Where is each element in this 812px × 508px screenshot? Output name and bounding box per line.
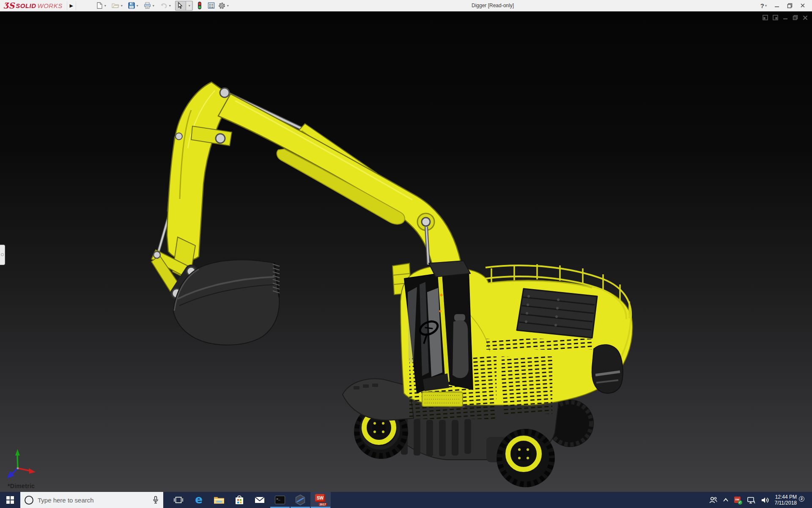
open-icon	[111, 2, 120, 9]
start-button[interactable]	[0, 492, 20, 508]
solidworks-tray-icon[interactable]: SW ✓	[734, 497, 741, 504]
pane-right-icon	[773, 15, 778, 20]
3d-viewer-button[interactable]	[290, 492, 310, 508]
select-dropdown[interactable]: ▾	[186, 1, 192, 10]
solidworks-2017-icon: SW 2017	[314, 494, 327, 506]
hidden-icons-chevron[interactable]	[723, 498, 729, 502]
task-view-icon	[174, 496, 183, 504]
store-icon	[235, 495, 244, 505]
open-button[interactable]: ▾	[110, 1, 123, 11]
window-title: Digger [Read-only]	[224, 3, 761, 8]
options-list-button[interactable]	[206, 1, 216, 11]
edge-icon: e	[195, 494, 203, 505]
solidworks-logo-icon: ƷS	[3, 2, 14, 10]
mail-button[interactable]	[250, 492, 270, 508]
doc-minimize-button[interactable]	[783, 15, 788, 20]
solidworks-logo[interactable]: ƷS SOLIDWORKS	[0, 0, 67, 11]
brand-bold: SOLID	[16, 2, 36, 9]
view-orientation-label: *Dimetric	[8, 483, 35, 489]
minimize-icon	[774, 3, 779, 8]
restore-icon	[787, 3, 793, 8]
network-icon[interactable]	[747, 497, 755, 504]
save-button[interactable]: ▾	[127, 1, 139, 11]
help-button[interactable]: ? ▾	[760, 2, 767, 9]
volume-icon[interactable]	[761, 497, 769, 504]
restore-button[interactable]	[787, 3, 793, 8]
clock[interactable]: 12:44 PM 7/11/2018	[775, 494, 797, 506]
taskbar-search[interactable]	[20, 492, 163, 508]
doc-restore-icon	[793, 15, 798, 20]
dropdown-icon: ▾	[189, 4, 190, 8]
pane-left-button[interactable]	[763, 15, 768, 20]
save-icon	[128, 2, 135, 9]
excavator-bucket[interactable]	[172, 260, 280, 345]
dropdown-icon: ▾	[121, 4, 123, 8]
dropdown-icon: ▾	[169, 4, 171, 8]
document-window-controls	[763, 15, 808, 20]
taskbar-apps: e >_	[168, 492, 331, 508]
task-view-button[interactable]	[168, 492, 189, 508]
select-button[interactable]: ▾	[175, 1, 193, 11]
sw-year: 2017	[318, 503, 327, 506]
list-icon	[207, 2, 215, 9]
traffic-light-icon	[197, 1, 202, 10]
windows-logo-icon	[6, 496, 14, 504]
doc-minimize-icon	[783, 15, 788, 20]
edge-button[interactable]: e	[189, 492, 209, 508]
help-glyph: ?	[760, 2, 764, 9]
doc-restore-button[interactable]	[793, 15, 798, 20]
print-icon	[143, 2, 151, 9]
undo-icon	[159, 2, 168, 9]
new-document-button[interactable]: ▾	[95, 1, 107, 11]
3d-viewer-icon	[295, 494, 306, 505]
graphics-viewport[interactable]: *Dimetric	[0, 11, 812, 492]
gear-icon	[218, 2, 226, 10]
doc-close-button[interactable]	[803, 15, 808, 20]
flyout-tab-icon	[1, 253, 4, 256]
close-icon	[800, 3, 805, 8]
feature-manager-flyout-tab[interactable]	[0, 245, 5, 265]
file-explorer-button[interactable]	[209, 492, 229, 508]
command-prompt-button[interactable]: >_	[270, 492, 290, 508]
undo-button[interactable]: ▾	[159, 1, 172, 11]
quick-access-toolbar: ▾ ▾ ▾	[92, 1, 230, 11]
rear-left-wheel	[497, 429, 555, 487]
rebuild-button[interactable]	[196, 1, 203, 11]
system-tray: SW ✓ 12:44 PM 7/11/2018 2	[709, 492, 812, 508]
menu-flyout-button[interactable]: ▶	[67, 1, 76, 10]
dropdown-icon: ▾	[765, 4, 767, 8]
print-button[interactable]: ▾	[143, 1, 155, 11]
pane-left-icon	[763, 15, 768, 20]
store-button[interactable]	[229, 492, 250, 508]
new-document-icon	[96, 2, 103, 9]
cursor-icon	[176, 2, 184, 9]
file-explorer-icon	[214, 495, 225, 505]
tray-time: 12:44 PM	[775, 494, 797, 500]
check-icon: ✓	[738, 500, 742, 505]
taskbar: e >_	[0, 492, 812, 508]
dropdown-icon: ▾	[104, 4, 106, 8]
excavator-body[interactable]	[343, 264, 633, 487]
solidworks-button[interactable]: SW 2017	[310, 492, 331, 508]
brand-light: WORKS	[38, 2, 63, 9]
command-prompt-icon: >_	[275, 496, 285, 504]
cortana-icon	[25, 496, 33, 505]
window-controls: ? ▾	[760, 2, 812, 9]
search-input[interactable]	[38, 497, 148, 504]
dropdown-icon: ▾	[153, 4, 154, 8]
microphone-icon[interactable]	[152, 496, 159, 504]
dropdown-icon: ▾	[227, 4, 229, 8]
titlebar: ƷS SOLIDWORKS ▶ ▾ ▾	[0, 0, 812, 11]
pane-right-button[interactable]	[773, 15, 778, 20]
orientation-triad[interactable]	[4, 445, 44, 479]
sw-cube: SW	[315, 494, 325, 502]
minimize-button[interactable]	[774, 3, 779, 8]
tray-date: 7/11/2018	[775, 500, 797, 506]
settings-button[interactable]: ▾	[217, 1, 230, 11]
people-icon[interactable]	[709, 496, 717, 504]
close-button[interactable]	[800, 3, 805, 8]
doc-close-icon	[803, 15, 808, 20]
mail-icon	[255, 496, 265, 504]
excavator-cab[interactable]	[404, 261, 473, 393]
excavator-model[interactable]	[0, 11, 812, 492]
